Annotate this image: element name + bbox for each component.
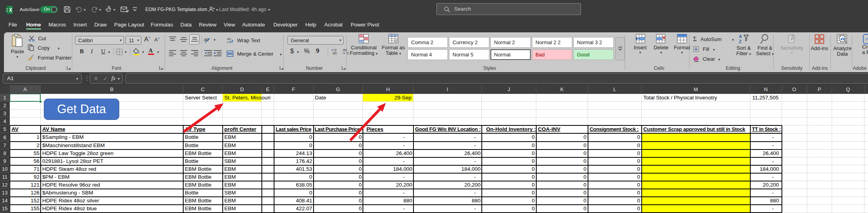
tab-power-pivot[interactable]: Power Pivot [351, 22, 379, 28]
cell-D12[interactable]: EBM [223, 181, 262, 189]
cell-N11[interactable]: - [750, 173, 782, 181]
tab-help[interactable]: Help [305, 22, 316, 28]
font-name-select[interactable]: Calibri▾ [75, 36, 124, 45]
accounting-format-button[interactable]: $ [290, 48, 294, 55]
underline-button[interactable]: U [101, 48, 105, 55]
number-dialog-launcher[interactable] [342, 66, 346, 70]
insert-cells-button[interactable]: Insert ▾ [630, 34, 650, 54]
tab-draw[interactable]: Draw [94, 22, 107, 28]
cell-J8[interactable]: 0 [482, 149, 536, 157]
tab-macros[interactable]: Macros [49, 22, 66, 28]
row-header-15[interactable]: 15 [0, 205, 9, 212]
style-normal-2-2[interactable]: Normal 2 2 [532, 37, 572, 48]
cell-A6[interactable]: 1 [10, 133, 41, 141]
row-header-10[interactable]: 10 [0, 165, 9, 173]
cell-J15[interactable]: 0 [482, 205, 536, 213]
cell-B15[interactable]: HDPE Ridex 48oz blue [41, 205, 183, 213]
percent-style-button[interactable]: % [304, 48, 310, 55]
align-center-button[interactable] [180, 50, 188, 56]
fill-handle[interactable] [39, 100, 42, 103]
style-normal-4[interactable]: Normal 4 [408, 49, 448, 60]
column-header-N[interactable]: N [750, 85, 782, 94]
format-cells-button[interactable]: Format ▾ [672, 34, 692, 54]
tab-insert[interactable]: Insert [73, 22, 87, 28]
increase-decimal-button[interactable]: .00 0 [331, 48, 340, 55]
cell-K5[interactable]: COA-INV [536, 125, 588, 133]
cell-D9[interactable]: SBM [223, 157, 262, 165]
addins-button[interactable]: Add-ins [810, 34, 829, 51]
cell-C14[interactable]: EBM Bottle [183, 197, 223, 205]
cell-K14[interactable]: 0 [536, 197, 588, 205]
cell-B12[interactable]: HDPE Resolve 96oz red [41, 181, 183, 189]
column-header-G[interactable]: G [314, 85, 363, 94]
cell-L8[interactable]: 0 [588, 149, 642, 157]
cell-B8[interactable]: HDPE Law Toggle 28oz green [41, 149, 183, 157]
cell-C15[interactable]: EBM Bottle [183, 205, 223, 213]
cell-grid[interactable]: Server SelectSt. Peters, MissouriDate29-… [10, 94, 868, 213]
cell-G15[interactable]: 0 [314, 205, 363, 213]
cell-M15[interactable] [642, 205, 750, 213]
borders-button[interactable] [116, 49, 123, 55]
row-header-3[interactable]: 3 [0, 110, 9, 117]
cell-I7[interactable]: - [413, 142, 482, 149]
cell-M12[interactable] [642, 181, 750, 189]
comma-style-button[interactable]: 9 [316, 47, 319, 55]
cell-C13[interactable]: Bottle [183, 189, 223, 197]
cell-B5[interactable]: AV Name [41, 125, 183, 133]
cell-H1[interactable]: 29-Sep [363, 94, 413, 101]
borders-chevron-icon[interactable]: ▾ [125, 50, 127, 54]
cell-B9[interactable]: 0291881- Lysol 28oz PET [41, 157, 183, 165]
cell-A5[interactable]: AV [10, 125, 41, 133]
cell-N10[interactable]: 184,000 [750, 165, 782, 173]
save-icon[interactable] [63, 6, 71, 13]
cell-K13[interactable]: 0 [536, 189, 588, 197]
cell-N14[interactable]: 880 [750, 197, 782, 205]
cell-D5[interactable]: profit Center [223, 125, 262, 133]
cell-J11[interactable]: 0 [482, 173, 536, 181]
merge-center-button[interactable]: Merge & Center ▾ [227, 50, 282, 57]
style-normal[interactable]: Normal [490, 49, 531, 60]
align-left-button[interactable] [169, 50, 177, 56]
cell-D6[interactable]: EBM [223, 133, 262, 141]
cell-A12[interactable]: 121 [10, 181, 41, 189]
fill-button[interactable]: Fill ▾ [693, 45, 715, 52]
cell-L13[interactable]: 0 [588, 189, 642, 197]
cell-D11[interactable]: EBM [223, 173, 262, 181]
fill-color-chevron-icon[interactable]: ▾ [142, 50, 144, 54]
cell-J9[interactable]: 0 [482, 157, 536, 165]
cell-F5[interactable]: Last sales Price [274, 125, 314, 133]
insert-function-button[interactable]: fx [111, 75, 115, 82]
align-middle-button[interactable] [180, 36, 188, 43]
cell-N1[interactable]: 11,257,505 [750, 94, 782, 101]
cell-H8[interactable]: 26,400 [363, 149, 413, 157]
wrap-text-button[interactable]: ab c Wrap Text [227, 37, 260, 44]
tab-acrobat[interactable]: Acrobat [324, 22, 343, 28]
cell-J10[interactable]: 0 [482, 165, 536, 173]
cell-N7[interactable]: - [750, 142, 782, 149]
decrease-decimal-button[interactable]: .00 0 [342, 48, 350, 55]
cell-A7[interactable]: 2 [10, 142, 41, 149]
cell-N6[interactable]: - [750, 133, 782, 141]
format-painter-button[interactable]: Format Painter [28, 54, 71, 61]
number-format-select[interactable]: General▾ [287, 36, 344, 45]
column-header-B[interactable]: B [41, 85, 183, 94]
mail-icon[interactable] [120, 6, 129, 13]
cell-I9[interactable]: - [413, 157, 482, 165]
fill-color-button[interactable] [133, 48, 140, 55]
cell-J7[interactable]: 0 [482, 142, 536, 149]
cell-L9[interactable]: 0 [588, 157, 642, 165]
cell-G8[interactable]: 0 [314, 149, 363, 157]
tab-review[interactable]: Review [199, 22, 216, 28]
cell-H11[interactable]: - [363, 173, 413, 181]
row-header-6[interactable]: 6 [0, 134, 9, 141]
row-header-1[interactable]: 1 [0, 94, 9, 101]
cell-M11[interactable] [642, 173, 750, 181]
cell-G11[interactable]: 0 [314, 173, 363, 181]
cell-D1[interactable]: St. Peters, Missouri [223, 94, 261, 101]
style-normal-5[interactable]: Normal 5 [449, 49, 489, 60]
cell-I13[interactable]: - [413, 189, 482, 197]
column-header-E[interactable]: E [262, 85, 274, 94]
cell-B7[interactable]: $Maschinenstillstand EBM [41, 142, 183, 149]
cell-G6[interactable]: 0 [314, 133, 363, 141]
cell-M1[interactable]: Total Stock / Physical Invenotry [642, 94, 750, 101]
